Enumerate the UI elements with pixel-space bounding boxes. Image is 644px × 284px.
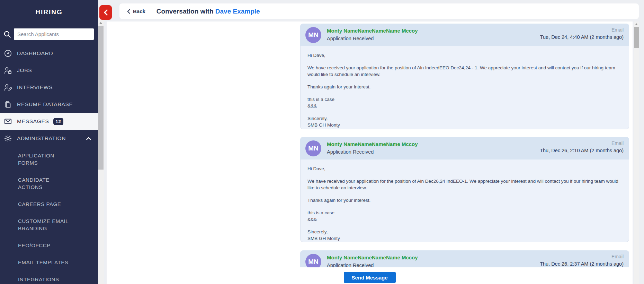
sender-name: Monty NameNameNameName Mccoy <box>327 28 418 34</box>
title-prefix: Conversation with <box>156 8 214 15</box>
sidebar-subitem-candidate-actions[interactable]: CANDIDATE ACTIONS <box>0 171 98 196</box>
meta-block: Email Thu, Dec 26, 2:10 AM (2 months ago… <box>540 140 624 153</box>
sidebar-item-label: MESSAGES <box>17 118 49 124</box>
sidebar-subitem-integrations[interactable]: INTEGRATIONS <box>0 271 98 284</box>
message-header: MN Monty NameNameNameName Mccoy Applicat… <box>300 137 629 160</box>
timestamp: Thu, Dec 26, 2:37 AM (2 months ago) <box>540 261 624 267</box>
subitem-label: EEO/OFCCP <box>18 242 51 249</box>
sidebar-item-dashboard[interactable]: DASHBOARD <box>0 45 98 62</box>
body-line: We have received your application for th… <box>307 64 622 78</box>
avatar: MN <box>305 27 321 43</box>
jobs-icon <box>3 66 12 75</box>
sidebar-scrollbar-thumb[interactable] <box>98 26 104 170</box>
meta-block: Email Tue, Dec 24, 4:40 AM (2 months ago… <box>540 27 624 40</box>
send-message-bar: Send Message <box>107 267 633 284</box>
sidebar-item-label: DASHBOARD <box>17 50 53 57</box>
sidebar-item-label: JOBS <box>17 67 32 74</box>
channel-label: Email <box>540 27 624 33</box>
chevron-up-icon <box>86 137 91 140</box>
chevron-left-icon <box>127 9 130 14</box>
conversation-header: Back Conversation with Dave Example <box>119 3 639 19</box>
sidebar-subitem-eeo-ofccp[interactable]: EEO/OFCCP <box>0 237 98 254</box>
messages-count-badge: 12 <box>53 118 64 125</box>
sidebar-item-label: RESUME DATABASE <box>17 101 73 107</box>
body-line: Sincerely, <box>307 115 622 122</box>
sender-block: Monty NameNameNameName Mccoy Application… <box>327 141 418 155</box>
body-line: SMB GH Monty <box>307 122 622 128</box>
sender-name: Monty NameNameNameName Mccoy <box>327 141 418 147</box>
sidebar-subitem-careers-page[interactable]: CAREERS PAGE <box>0 196 98 213</box>
timestamp: Thu, Dec 26, 2:10 AM (2 months ago) <box>540 148 624 153</box>
scroll-up-arrow-icon[interactable] <box>635 23 638 25</box>
avatar: MN <box>305 140 321 156</box>
gear-icon <box>3 134 12 143</box>
conversation-panel: MN Monty NameNameNameName Mccoy Applicat… <box>107 21 633 284</box>
body-line: Sincerely, <box>307 229 622 235</box>
sidebar-subitem-email-templates[interactable]: EMAIL TEMPLATES <box>0 254 98 271</box>
subitem-label: CANDIDATE ACTIONS <box>18 176 70 191</box>
body-line: Thanks again for your interest. <box>307 84 622 90</box>
sidebar-subitem-application-forms[interactable]: APPLICATION FORMS <box>0 147 98 171</box>
search-input[interactable] <box>14 28 94 40</box>
back-button[interactable]: Back <box>127 8 145 14</box>
body-line: Thanks again for your interest. <box>307 197 622 204</box>
body-line: We have received your application for th… <box>307 178 622 191</box>
message-body: Hi Dave, We have received your applicati… <box>300 46 629 129</box>
body-line: &&& <box>307 103 622 109</box>
channel-label: Email <box>540 140 624 146</box>
sender-block: Monty NameNameNameName Mccoy Application… <box>327 28 418 41</box>
message-header: MN Monty NameNameNameName Mccoy Applicat… <box>300 24 629 46</box>
page-title: Conversation with Dave Example <box>156 8 260 15</box>
collapse-sidebar-button[interactable] <box>99 5 112 20</box>
administration-subnav: APPLICATION FORMS CANDIDATE ACTIONS CARE… <box>0 147 98 284</box>
sidebar-subitem-customize-email-branding[interactable]: CUSTOMIZE EMAIL BRANDING <box>0 213 98 237</box>
body-line: Hi Dave, <box>307 165 622 172</box>
sidebar-item-administration[interactable]: ADMINISTRATION <box>0 130 98 147</box>
send-message-button[interactable]: Send Message <box>344 272 396 283</box>
documents-icon <box>3 100 12 109</box>
body-line: this is a case <box>307 209 622 216</box>
applicant-search <box>0 28 98 40</box>
timestamp: Tue, Dec 24, 4:40 AM (2 months ago) <box>540 34 624 40</box>
interviews-icon <box>3 83 12 92</box>
subitem-label: CAREERS PAGE <box>18 200 61 208</box>
meta-block: Email Thu, Dec 26, 2:37 AM (2 months ago… <box>540 254 624 267</box>
channel-label: Email <box>540 254 624 259</box>
subitem-label: APPLICATION FORMS <box>18 152 70 166</box>
sender-name: Monty NameNameNameName Mccoy <box>327 255 418 260</box>
sidebar-scrollbar[interactable] <box>98 20 104 284</box>
body-line: &&& <box>307 216 622 223</box>
body-line: Hi Dave, <box>307 52 622 59</box>
body-line: SMB GH Monty <box>307 235 622 242</box>
sidebar-item-label: INTERVIEWS <box>17 84 53 91</box>
sidebar-item-jobs[interactable]: JOBS <box>0 62 98 79</box>
subitem-label: CUSTOMIZE EMAIL BRANDING <box>18 217 70 232</box>
app-logo: HIRING <box>0 0 98 21</box>
message-subject: Application Received <box>327 36 418 41</box>
body-line: this is a case <box>307 96 622 103</box>
sidebar-item-label: ADMINISTRATION <box>17 135 66 141</box>
search-icon <box>3 30 12 39</box>
content-scrollbar[interactable] <box>634 21 639 284</box>
message-body: Hi Dave, We have received your applicati… <box>300 160 629 242</box>
content-scrollbar-thumb[interactable] <box>634 27 639 48</box>
message-subject: Application Received <box>327 149 418 155</box>
message-card: MN Monty NameNameNameName Mccoy Applicat… <box>300 24 629 129</box>
sidebar-nav: DASHBOARD JOBS INTERVIEWS <box>0 45 98 284</box>
sender-block: Monty NameNameNameName Mccoy Application… <box>327 255 418 268</box>
scroll-up-arrow-icon[interactable] <box>99 22 102 24</box>
sidebar-item-resume-database[interactable]: RESUME DATABASE <box>0 96 98 113</box>
subitem-label: INTEGRATIONS <box>18 276 59 283</box>
sidebar: HIRING DASHBOARD JOBS <box>0 0 98 284</box>
sidebar-item-interviews[interactable]: INTERVIEWS <box>0 79 98 96</box>
sidebar-item-messages[interactable]: MESSAGES 12 <box>0 113 98 130</box>
dashboard-icon <box>3 49 12 58</box>
subitem-label: EMAIL TEMPLATES <box>18 259 68 266</box>
chevron-left-icon <box>104 9 108 16</box>
back-label: Back <box>133 8 145 14</box>
message-card: MN Monty NameNameNameName Mccoy Applicat… <box>300 137 629 242</box>
contact-name-link[interactable]: Dave Example <box>215 8 260 15</box>
envelope-icon <box>3 117 12 126</box>
